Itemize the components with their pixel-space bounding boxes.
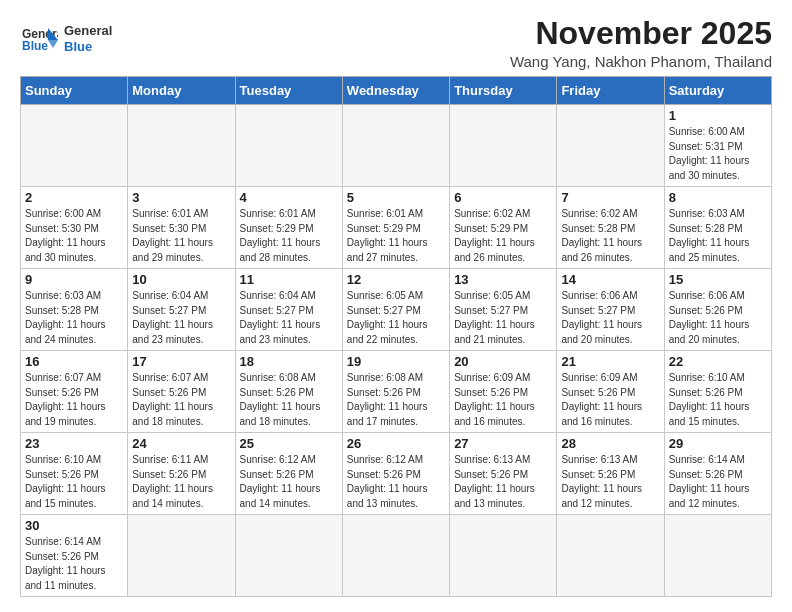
day-number: 7	[561, 190, 659, 205]
day-number: 26	[347, 436, 445, 451]
table-row: 13Sunrise: 6:05 AM Sunset: 5:27 PM Dayli…	[450, 269, 557, 351]
table-row: 7Sunrise: 6:02 AM Sunset: 5:28 PM Daylig…	[557, 187, 664, 269]
day-number: 29	[669, 436, 767, 451]
day-info: Sunrise: 6:07 AM Sunset: 5:26 PM Dayligh…	[132, 371, 230, 429]
table-row	[235, 105, 342, 187]
day-info: Sunrise: 6:10 AM Sunset: 5:26 PM Dayligh…	[669, 371, 767, 429]
day-info: Sunrise: 6:00 AM Sunset: 5:31 PM Dayligh…	[669, 125, 767, 183]
day-info: Sunrise: 6:05 AM Sunset: 5:27 PM Dayligh…	[347, 289, 445, 347]
svg-text:Blue: Blue	[22, 39, 48, 53]
table-row: 20Sunrise: 6:09 AM Sunset: 5:26 PM Dayli…	[450, 351, 557, 433]
day-number: 23	[25, 436, 123, 451]
day-number: 9	[25, 272, 123, 287]
day-number: 27	[454, 436, 552, 451]
day-number: 8	[669, 190, 767, 205]
table-row: 21Sunrise: 6:09 AM Sunset: 5:26 PM Dayli…	[557, 351, 664, 433]
day-number: 10	[132, 272, 230, 287]
day-number: 3	[132, 190, 230, 205]
table-row: 27Sunrise: 6:13 AM Sunset: 5:26 PM Dayli…	[450, 433, 557, 515]
day-info: Sunrise: 6:12 AM Sunset: 5:26 PM Dayligh…	[240, 453, 338, 511]
day-number: 20	[454, 354, 552, 369]
calendar-row: 30Sunrise: 6:14 AM Sunset: 5:26 PM Dayli…	[21, 515, 772, 597]
day-number: 5	[347, 190, 445, 205]
title-block: November 2025 Wang Yang, Nakhon Phanom, …	[510, 16, 772, 70]
table-row	[450, 105, 557, 187]
day-number: 14	[561, 272, 659, 287]
table-row: 9Sunrise: 6:03 AM Sunset: 5:28 PM Daylig…	[21, 269, 128, 351]
table-row: 14Sunrise: 6:06 AM Sunset: 5:27 PM Dayli…	[557, 269, 664, 351]
day-number: 18	[240, 354, 338, 369]
table-row	[21, 105, 128, 187]
day-number: 13	[454, 272, 552, 287]
day-info: Sunrise: 6:09 AM Sunset: 5:26 PM Dayligh…	[454, 371, 552, 429]
day-number: 1	[669, 108, 767, 123]
day-number: 6	[454, 190, 552, 205]
day-info: Sunrise: 6:08 AM Sunset: 5:26 PM Dayligh…	[240, 371, 338, 429]
day-info: Sunrise: 6:14 AM Sunset: 5:26 PM Dayligh…	[669, 453, 767, 511]
header-tuesday: Tuesday	[235, 77, 342, 105]
day-info: Sunrise: 6:13 AM Sunset: 5:26 PM Dayligh…	[454, 453, 552, 511]
day-number: 11	[240, 272, 338, 287]
table-row: 25Sunrise: 6:12 AM Sunset: 5:26 PM Dayli…	[235, 433, 342, 515]
day-info: Sunrise: 6:12 AM Sunset: 5:26 PM Dayligh…	[347, 453, 445, 511]
day-info: Sunrise: 6:07 AM Sunset: 5:26 PM Dayligh…	[25, 371, 123, 429]
table-row: 18Sunrise: 6:08 AM Sunset: 5:26 PM Dayli…	[235, 351, 342, 433]
table-row: 1Sunrise: 6:00 AM Sunset: 5:31 PM Daylig…	[664, 105, 771, 187]
table-row	[557, 105, 664, 187]
day-info: Sunrise: 6:10 AM Sunset: 5:26 PM Dayligh…	[25, 453, 123, 511]
day-info: Sunrise: 6:03 AM Sunset: 5:28 PM Dayligh…	[669, 207, 767, 265]
table-row	[450, 515, 557, 597]
table-row: 12Sunrise: 6:05 AM Sunset: 5:27 PM Dayli…	[342, 269, 449, 351]
day-number: 30	[25, 518, 123, 533]
day-number: 24	[132, 436, 230, 451]
day-info: Sunrise: 6:01 AM Sunset: 5:29 PM Dayligh…	[347, 207, 445, 265]
day-info: Sunrise: 6:05 AM Sunset: 5:27 PM Dayligh…	[454, 289, 552, 347]
header-wednesday: Wednesday	[342, 77, 449, 105]
logo-general: General	[64, 23, 112, 39]
day-info: Sunrise: 6:00 AM Sunset: 5:30 PM Dayligh…	[25, 207, 123, 265]
table-row: 23Sunrise: 6:10 AM Sunset: 5:26 PM Dayli…	[21, 433, 128, 515]
page: General Blue General Blue November 2025 …	[0, 0, 792, 612]
day-info: Sunrise: 6:08 AM Sunset: 5:26 PM Dayligh…	[347, 371, 445, 429]
calendar-row: 2Sunrise: 6:00 AM Sunset: 5:30 PM Daylig…	[21, 187, 772, 269]
table-row: 4Sunrise: 6:01 AM Sunset: 5:29 PM Daylig…	[235, 187, 342, 269]
header-saturday: Saturday	[664, 77, 771, 105]
table-row	[128, 105, 235, 187]
table-row: 24Sunrise: 6:11 AM Sunset: 5:26 PM Dayli…	[128, 433, 235, 515]
day-info: Sunrise: 6:06 AM Sunset: 5:26 PM Dayligh…	[669, 289, 767, 347]
calendar-row: 9Sunrise: 6:03 AM Sunset: 5:28 PM Daylig…	[21, 269, 772, 351]
day-info: Sunrise: 6:01 AM Sunset: 5:30 PM Dayligh…	[132, 207, 230, 265]
calendar-row: 23Sunrise: 6:10 AM Sunset: 5:26 PM Dayli…	[21, 433, 772, 515]
table-row: 16Sunrise: 6:07 AM Sunset: 5:26 PM Dayli…	[21, 351, 128, 433]
table-row: 6Sunrise: 6:02 AM Sunset: 5:29 PM Daylig…	[450, 187, 557, 269]
day-number: 28	[561, 436, 659, 451]
header-sunday: Sunday	[21, 77, 128, 105]
header-monday: Monday	[128, 77, 235, 105]
header-thursday: Thursday	[450, 77, 557, 105]
table-row	[342, 515, 449, 597]
table-row	[664, 515, 771, 597]
day-info: Sunrise: 6:01 AM Sunset: 5:29 PM Dayligh…	[240, 207, 338, 265]
day-info: Sunrise: 6:04 AM Sunset: 5:27 PM Dayligh…	[132, 289, 230, 347]
day-number: 25	[240, 436, 338, 451]
table-row: 3Sunrise: 6:01 AM Sunset: 5:30 PM Daylig…	[128, 187, 235, 269]
table-row	[235, 515, 342, 597]
day-number: 15	[669, 272, 767, 287]
table-row: 15Sunrise: 6:06 AM Sunset: 5:26 PM Dayli…	[664, 269, 771, 351]
table-row: 17Sunrise: 6:07 AM Sunset: 5:26 PM Dayli…	[128, 351, 235, 433]
table-row: 2Sunrise: 6:00 AM Sunset: 5:30 PM Daylig…	[21, 187, 128, 269]
day-number: 17	[132, 354, 230, 369]
header: General Blue General Blue November 2025 …	[20, 16, 772, 70]
table-row	[342, 105, 449, 187]
day-number: 19	[347, 354, 445, 369]
day-info: Sunrise: 6:11 AM Sunset: 5:26 PM Dayligh…	[132, 453, 230, 511]
page-title: November 2025	[510, 16, 772, 51]
day-info: Sunrise: 6:14 AM Sunset: 5:26 PM Dayligh…	[25, 535, 123, 593]
table-row: 19Sunrise: 6:08 AM Sunset: 5:26 PM Dayli…	[342, 351, 449, 433]
day-number: 16	[25, 354, 123, 369]
table-row: 10Sunrise: 6:04 AM Sunset: 5:27 PM Dayli…	[128, 269, 235, 351]
logo-icon: General Blue	[20, 20, 58, 58]
day-info: Sunrise: 6:02 AM Sunset: 5:29 PM Dayligh…	[454, 207, 552, 265]
table-row: 11Sunrise: 6:04 AM Sunset: 5:27 PM Dayli…	[235, 269, 342, 351]
calendar-row: 16Sunrise: 6:07 AM Sunset: 5:26 PM Dayli…	[21, 351, 772, 433]
